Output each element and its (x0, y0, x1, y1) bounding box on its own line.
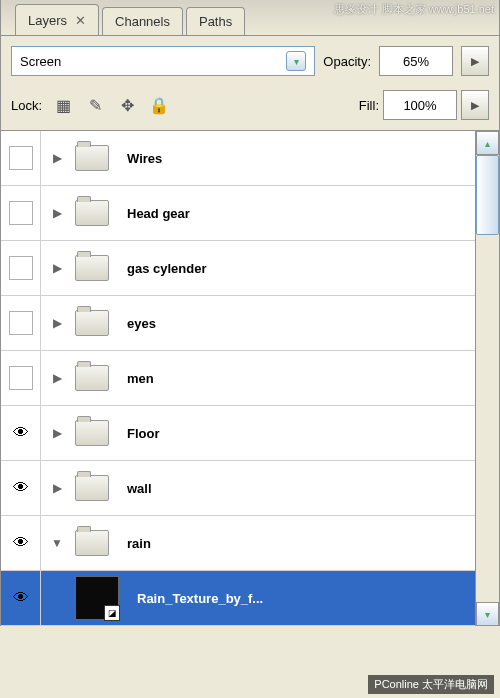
expand-icon[interactable]: ▶ (45, 261, 69, 275)
layer-row[interactable]: 👁◪Rain_Texture_by_f... (1, 571, 475, 626)
chevron-down-icon: ▾ (286, 51, 306, 71)
visibility-toggle[interactable] (1, 351, 41, 405)
layer-name[interactable]: rain (127, 536, 151, 551)
fill-stepper[interactable]: ▶ (461, 90, 489, 120)
fill-input[interactable]: 100% (383, 90, 457, 120)
layers-list: ▶Wires▶Head gear▶gas cylender▶eyes▶men👁▶… (1, 131, 475, 626)
opacity-stepper[interactable]: ▶ (461, 46, 489, 76)
visibility-toggle[interactable]: 👁 (1, 461, 41, 515)
layer-row[interactable]: ▶eyes (1, 296, 475, 351)
folder-icon (75, 200, 109, 226)
folder-icon (75, 420, 109, 446)
visibility-toggle[interactable]: 👁 (1, 516, 41, 570)
eye-icon: 👁 (9, 476, 33, 500)
expand-icon[interactable]: ▶ (45, 316, 69, 330)
smart-object-icon: ◪ (104, 605, 120, 621)
visibility-toggle[interactable] (1, 241, 41, 295)
visibility-box (9, 146, 33, 170)
layer-name[interactable]: wall (127, 481, 152, 496)
folder-icon (75, 255, 109, 281)
layer-row[interactable]: ▶gas cylender (1, 241, 475, 296)
scroll-thumb[interactable] (476, 155, 499, 235)
layer-row[interactable]: 👁▶wall (1, 461, 475, 516)
visibility-box (9, 256, 33, 280)
tab-paths[interactable]: Paths (186, 7, 245, 35)
eye-icon: 👁 (9, 421, 33, 445)
opacity-input[interactable]: 65% (379, 46, 453, 76)
visibility-box (9, 201, 33, 225)
layer-row[interactable]: 👁▶Floor (1, 406, 475, 461)
opacity-label: Opacity: (323, 54, 371, 69)
layer-name[interactable]: Floor (127, 426, 160, 441)
layer-name[interactable]: Rain_Texture_by_f... (137, 591, 263, 606)
visibility-toggle[interactable]: 👁 (1, 406, 41, 460)
visibility-toggle[interactable] (1, 131, 41, 185)
scroll-down-icon[interactable]: ▾ (476, 602, 499, 626)
layer-thumbnail[interactable]: ◪ (75, 576, 119, 620)
expand-icon[interactable]: ▶ (45, 151, 69, 165)
layer-name[interactable]: men (127, 371, 154, 386)
tab-layers[interactable]: Layers✕ (15, 4, 99, 35)
folder-icon (75, 310, 109, 336)
tab-channels[interactable]: Channels (102, 7, 183, 35)
folder-icon (75, 530, 109, 556)
layer-row[interactable]: 👁▼rain (1, 516, 475, 571)
scrollbar[interactable]: ▴ ▾ (475, 131, 499, 626)
lock-label: Lock: (11, 98, 42, 113)
visibility-toggle[interactable] (1, 186, 41, 240)
layer-row[interactable]: ▶men (1, 351, 475, 406)
layer-name[interactable]: Wires (127, 151, 162, 166)
lock-position-icon[interactable]: ✥ (116, 94, 138, 116)
expand-icon[interactable]: ▶ (45, 426, 69, 440)
blend-mode-value: Screen (20, 54, 61, 69)
lock-all-icon[interactable]: 🔒 (148, 94, 170, 116)
folder-icon (75, 365, 109, 391)
fill-label: Fill: (359, 98, 379, 113)
close-icon[interactable]: ✕ (75, 13, 86, 28)
lock-paint-icon[interactable]: ✎ (84, 94, 106, 116)
expand-icon[interactable]: ▶ (45, 371, 69, 385)
layer-name[interactable]: gas cylender (127, 261, 207, 276)
watermark-top: 思缘设计 脚本之家 www.jb51.net (334, 2, 494, 17)
expand-icon[interactable]: ▶ (45, 481, 69, 495)
scroll-up-icon[interactable]: ▴ (476, 131, 499, 155)
folder-icon (75, 145, 109, 171)
lock-transparency-icon[interactable]: ▦ (52, 94, 74, 116)
layer-row[interactable]: ▶Head gear (1, 186, 475, 241)
visibility-toggle[interactable]: 👁 (1, 571, 41, 625)
expand-icon[interactable]: ▶ (45, 206, 69, 220)
visibility-box (9, 311, 33, 335)
layer-name[interactable]: Head gear (127, 206, 190, 221)
collapse-icon[interactable]: ▼ (45, 536, 69, 550)
visibility-toggle[interactable] (1, 296, 41, 350)
layer-name[interactable]: eyes (127, 316, 156, 331)
blend-mode-select[interactable]: Screen ▾ (11, 46, 315, 76)
watermark-bottom: PConline 太平洋电脑网 (368, 675, 494, 694)
eye-icon: 👁 (9, 586, 33, 610)
eye-icon: 👁 (9, 531, 33, 555)
visibility-box (9, 366, 33, 390)
folder-icon (75, 475, 109, 501)
layer-row[interactable]: ▶Wires (1, 131, 475, 186)
